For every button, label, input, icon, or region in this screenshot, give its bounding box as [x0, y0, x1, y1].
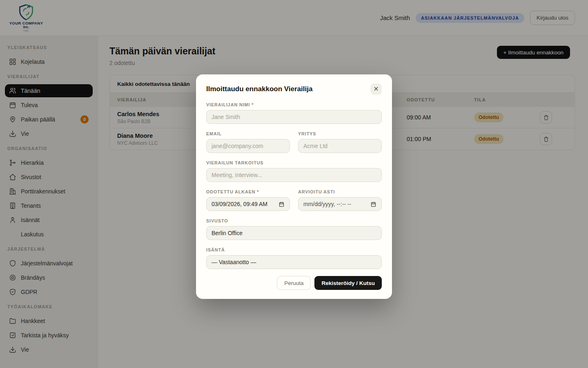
site-selected-value: Berlin Office [212, 230, 243, 236]
register-invite-button[interactable]: Rekisteröidy / Kutsu [314, 276, 382, 290]
email-label: Email [206, 131, 290, 136]
email-field[interactable] [206, 139, 290, 153]
expected-from-datetime-field[interactable]: 03/09/2026, 09:49 AM [206, 197, 290, 211]
calendar-picker-icon[interactable] [278, 201, 285, 207]
purpose-label: Vierailun tarkoitus [206, 160, 382, 165]
expected-from-value: 03/09/2026, 09:49 AM [212, 201, 267, 207]
site-select[interactable]: Berlin Office [206, 226, 382, 240]
preregister-modal: Ilmoittaudu ennakkoon Vierailija ✕ Viera… [196, 74, 392, 299]
visitor-name-label: Vierailijan nimi * [206, 102, 382, 107]
site-label: Sivusto [206, 218, 382, 223]
modal-title: Ilmoittaudu ennakkoon Vierailija [206, 85, 312, 93]
expected-from-label: Odotettu alkaen * [206, 189, 290, 194]
company-label: Yritys [298, 131, 382, 136]
calendar-picker-icon[interactable] [370, 201, 376, 207]
host-label: Isäntä [206, 247, 382, 252]
visitor-name-field[interactable] [206, 110, 382, 124]
company-field[interactable] [298, 139, 382, 153]
host-select[interactable]: — Vastaanotto — [206, 255, 382, 269]
estimated-until-label: Arvioitu asti [298, 189, 382, 194]
close-icon[interactable]: ✕ [370, 83, 382, 95]
purpose-field[interactable] [206, 168, 382, 182]
estimated-until-datetime-field[interactable]: mm/dd/yyyy, --:-- -- [298, 197, 382, 211]
estimated-until-placeholder: mm/dd/yyyy, --:-- -- [303, 201, 351, 207]
host-selected-value: — Vastaanotto — [212, 259, 256, 265]
cancel-button[interactable]: Peruuta [277, 276, 311, 290]
